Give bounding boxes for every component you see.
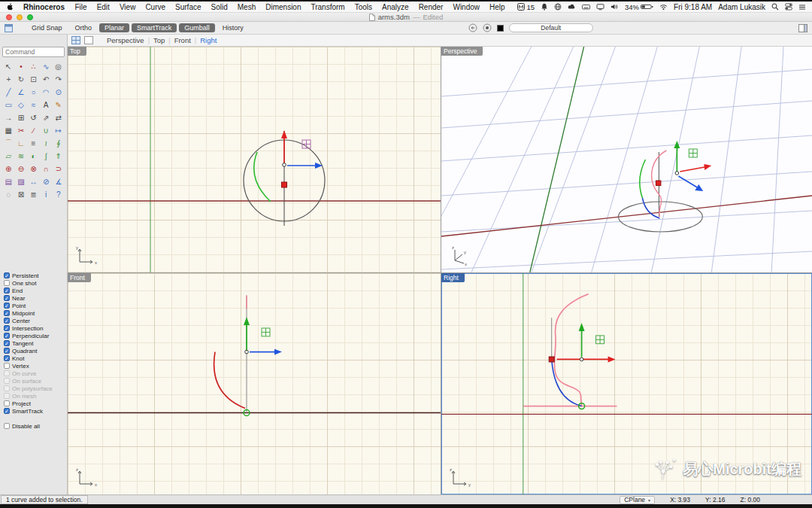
viewport-top[interactable]: Top — [68, 47, 441, 272]
checkbox-midpoint[interactable]: ✓ — [4, 310, 10, 316]
menubar-clock[interactable]: Fri 9:18 AM — [674, 3, 712, 11]
tool-dim-linear-icon[interactable]: ↔ — [27, 175, 40, 187]
record-history-button[interactable] — [483, 23, 492, 32]
tool-shell-icon[interactable]: ⊃ — [52, 163, 65, 175]
checkbox-on-surface[interactable] — [4, 378, 10, 384]
viewport-perspective-label[interactable]: Perspective — [441, 47, 483, 56]
menu-analyze[interactable]: Analyze — [377, 3, 414, 11]
tool-polyline-icon[interactable]: ∠ — [15, 86, 28, 98]
checkbox-persistent[interactable]: ✓ — [4, 272, 10, 278]
tool-rotate-icon[interactable]: ↺ — [27, 111, 40, 123]
minimize-window-button[interactable] — [17, 14, 23, 20]
tool-boolean-intersection-icon[interactable]: ⊗ — [27, 163, 40, 175]
tool-annotate-icon[interactable]: ✎ — [52, 99, 65, 111]
tool-circle-icon[interactable]: ○ — [27, 86, 40, 98]
checkbox-intersection[interactable]: ✓ — [4, 325, 10, 331]
toggle-history[interactable]: History — [217, 23, 249, 32]
tool-polygon-icon[interactable]: ◇ — [15, 99, 28, 111]
osnap-on-polysurface[interactable]: On polysurface — [2, 385, 65, 392]
viewport-perspective[interactable]: Perspective — [441, 47, 812, 272]
toggle-gumball[interactable]: Gumball — [179, 23, 215, 32]
control-center-icon[interactable] — [785, 3, 792, 11]
tab-right[interactable]: Right — [196, 36, 220, 44]
tool-free-form-curve-icon[interactable]: ≈ — [27, 99, 40, 111]
tool-help-icon[interactable]: ? — [52, 188, 65, 200]
tool-layers-icon[interactable]: ≣ — [27, 188, 40, 200]
menu-view[interactable]: View — [114, 3, 141, 11]
battery-icon[interactable]: 34% — [625, 3, 653, 11]
tool-select-icon[interactable]: ↖ — [2, 60, 15, 72]
tool-copy-icon[interactable]: ⊞ — [15, 111, 28, 123]
bell-icon[interactable] — [541, 3, 548, 11]
tool-offset-icon[interactable]: ≡ — [27, 137, 40, 149]
checkbox-on-polysurface[interactable] — [4, 385, 10, 391]
tool-extend-icon[interactable]: ↦ — [52, 124, 65, 136]
tool-mesh-icon[interactable]: ▤ — [2, 175, 15, 187]
menu-window[interactable]: Window — [448, 3, 485, 11]
checkbox-tangent[interactable]: ✓ — [4, 340, 10, 346]
window-titlebar[interactable]: arms.3dm — Edited — [0, 13, 812, 22]
checkbox-near[interactable]: ✓ — [4, 295, 10, 301]
tool-rectangle-icon[interactable]: ▭ — [2, 99, 15, 111]
toggle-ortho[interactable]: Ortho — [70, 23, 98, 32]
checkbox-one-shot[interactable] — [4, 280, 10, 286]
menu-render[interactable]: Render — [414, 3, 448, 11]
osnap-knot[interactable]: ✓Knot — [2, 354, 65, 362]
tool-point-cloud-icon[interactable]: ∴ — [27, 60, 40, 72]
tool-sweep-icon[interactable]: ∫ — [40, 150, 53, 162]
tool-lock-icon[interactable]: ⊠ — [15, 188, 28, 200]
osnap-persistent[interactable]: ✓Persistent — [2, 272, 65, 279]
osnap-on-surface[interactable]: On surface — [2, 377, 65, 385]
tool-split-icon[interactable]: ∕ — [27, 124, 40, 136]
viewport-top-label[interactable]: Top — [68, 47, 86, 56]
menu-dimension[interactable]: Dimension — [261, 3, 306, 11]
osnap-point[interactable]: ✓Point — [2, 302, 65, 309]
tool-arc-icon[interactable]: ◠ — [40, 86, 53, 98]
menubar-user[interactable]: Adam Lukasik — [718, 3, 765, 11]
checkbox-perpendicular[interactable]: ✓ — [4, 333, 10, 339]
toggle-planar[interactable]: Planar — [99, 23, 129, 32]
tool-join-icon[interactable]: ∪ — [40, 124, 53, 136]
command-input[interactable] — [2, 47, 65, 57]
tool-zoom-extents-icon[interactable]: ⊡ — [27, 73, 40, 85]
osnap-project[interactable]: Project — [2, 400, 65, 407]
osnap-perpendicular[interactable]: ✓Perpendicular — [2, 332, 65, 339]
tool-blend-icon[interactable]: ≀ — [40, 137, 53, 149]
tool-mesh-from-surface-icon[interactable]: ▨ — [15, 175, 28, 187]
app-menu[interactable]: Rhinoceros — [18, 3, 70, 11]
checkbox-project[interactable] — [4, 400, 10, 406]
tool-ellipse-icon[interactable]: ⊙ — [52, 86, 65, 98]
cloud-icon[interactable] — [568, 3, 576, 11]
menu-file[interactable]: File — [70, 3, 92, 11]
viewport-front-label[interactable]: Front — [68, 273, 91, 282]
tool-trim-icon[interactable]: ✂ — [15, 124, 28, 136]
cplane-dropdown[interactable]: CPlane ▾ — [620, 496, 655, 504]
tool-move-icon[interactable]: → — [2, 111, 15, 123]
checkbox-quadrant[interactable]: ✓ — [4, 348, 10, 354]
viewport-front[interactable]: Front — [68, 273, 441, 494]
tool-surface-icon[interactable]: ▱ — [2, 150, 15, 162]
zoom-window-button[interactable] — [27, 14, 33, 20]
tool-boolean-union-icon[interactable]: ⊕ — [2, 163, 15, 175]
checkbox-on-mesh[interactable] — [4, 393, 10, 399]
osnap-midpoint[interactable]: ✓Midpoint — [2, 309, 65, 317]
tab-front[interactable]: Front — [171, 36, 195, 44]
menu-help[interactable]: Help — [485, 3, 511, 11]
osnap-quadrant[interactable]: ✓Quadrant — [2, 347, 65, 354]
checkbox-vertex[interactable] — [4, 363, 10, 369]
menu-solid[interactable]: Solid — [206, 3, 232, 11]
osnap-intersection[interactable]: ✓Intersection — [2, 324, 65, 332]
menu-transform[interactable]: Transform — [306, 3, 350, 11]
osnap-on-curve[interactable]: On curve — [2, 370, 65, 377]
search-icon[interactable] — [771, 3, 779, 11]
tool-cap-holes-icon[interactable]: ∩ — [40, 163, 53, 175]
menu-tools[interactable]: Tools — [350, 3, 377, 11]
tool-text-icon[interactable]: A — [40, 99, 53, 111]
tool-array-icon[interactable]: ▦ — [2, 124, 15, 136]
menu-surface[interactable]: Surface — [171, 3, 206, 11]
menu-edit[interactable]: Edit — [92, 3, 114, 11]
tool-mirror-icon[interactable]: ⇄ — [52, 111, 65, 123]
wifi-icon[interactable] — [659, 3, 668, 11]
osnap-near[interactable]: ✓Near — [2, 294, 65, 302]
tool-point-icon[interactable]: • — [15, 60, 28, 72]
